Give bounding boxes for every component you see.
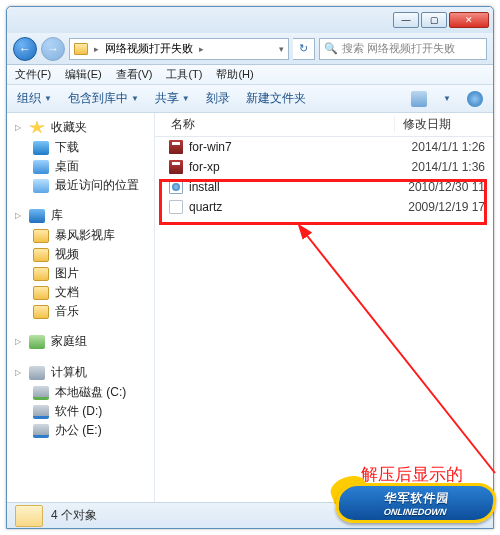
sidebar-item-drive-c[interactable]: 本地磁盘 (C:) [7,383,154,402]
chevron-down-icon[interactable]: ▼ [443,94,451,103]
file-name: install [189,180,220,194]
sidebar-item-music[interactable]: 音乐 [7,302,154,321]
recent-icon [33,179,49,193]
sidebar-item-downloads[interactable]: 下载 [7,138,154,157]
logo-text-cn: 华军软件园 [383,490,450,507]
menu-help[interactable]: 帮助(H) [216,67,253,82]
chevron-down-icon: ▼ [182,94,190,103]
menu-view[interactable]: 查看(V) [116,67,153,82]
sidebar-item-videos[interactable]: 视频 [7,245,154,264]
file-row[interactable]: install 2010/12/30 11 [155,177,493,197]
file-name: for-xp [189,160,220,174]
column-date[interactable]: 修改日期 [395,116,493,133]
search-placeholder: 搜索 网络视频打开失败 [342,41,455,56]
file-name: quartz [189,200,222,214]
sidebar-libraries-header[interactable]: ▷库 [7,205,154,226]
star-icon [29,121,45,135]
file-date: 2009/12/19 17 [395,200,493,214]
new-folder-button[interactable]: 新建文件夹 [246,90,306,107]
breadcrumb-dropdown-icon[interactable]: ▾ [279,44,284,54]
music-icon [33,305,49,319]
folder-icon [15,505,43,527]
search-icon: 🔍 [324,42,338,55]
help-icon[interactable] [467,91,483,107]
drive-icon [33,405,49,419]
explorer-window: — ▢ ✕ ← → ▸ 网络视频打开失败 ▸ ▾ ↻ 🔍 搜索 网络视频打开失败… [6,6,494,529]
folder-icon [33,229,49,243]
breadcrumb[interactable]: ▸ 网络视频打开失败 ▸ ▾ [69,38,289,60]
homegroup-icon [29,335,45,349]
menu-tools[interactable]: 工具(T) [166,67,202,82]
share-button[interactable]: 共享▼ [155,90,190,107]
sidebar-item-pictures[interactable]: 图片 [7,264,154,283]
sidebar-homegroup-header[interactable]: ▷家庭组 [7,331,154,352]
column-name[interactable]: 名称 [155,116,395,133]
file-row[interactable]: quartz 2009/12/19 17 [155,197,493,217]
watermark-logo: 华军软件园 ONLINEDOWN [336,477,496,527]
maximize-button[interactable]: ▢ [421,12,447,28]
svg-line-0 [305,233,495,473]
menu-file[interactable]: 文件(F) [15,67,51,82]
breadcrumb-sep-icon: ▸ [94,44,99,54]
sidebar-item-documents[interactable]: 文档 [7,283,154,302]
close-button[interactable]: ✕ [449,12,489,28]
file-row[interactable]: for-win7 2014/1/1 1:26 [155,137,493,157]
expand-icon: ▷ [15,211,23,220]
dll-icon [169,200,183,214]
chevron-down-icon: ▼ [44,94,52,103]
sidebar-item-storm[interactable]: 暴风影视库 [7,226,154,245]
annotation-arrow [295,223,500,493]
file-row[interactable]: for-xp 2014/1/1 1:36 [155,157,493,177]
download-icon [33,141,49,155]
breadcrumb-label: 网络视频打开失败 [105,41,193,56]
computer-icon [29,366,45,380]
forward-button[interactable]: → [41,37,65,61]
menu-edit[interactable]: 编辑(E) [65,67,102,82]
back-button[interactable]: ← [13,37,37,61]
archive-icon [169,160,183,174]
breadcrumb-sep-icon: ▸ [199,44,204,54]
folder-icon [74,43,88,55]
library-icon [29,209,45,223]
video-icon [33,248,49,262]
titlebar: — ▢ ✕ [7,7,493,33]
include-library-button[interactable]: 包含到库中▼ [68,90,139,107]
address-bar: ← → ▸ 网络视频打开失败 ▸ ▾ ↻ 🔍 搜索 网络视频打开失败 [7,33,493,65]
document-icon [33,286,49,300]
sidebar-item-desktop[interactable]: 桌面 [7,157,154,176]
sidebar-item-drive-e[interactable]: 办公 (E:) [7,421,154,440]
expand-icon: ▷ [15,337,23,346]
drive-icon [33,386,49,400]
file-date: 2010/12/30 11 [395,180,493,194]
view-options-icon[interactable] [411,91,427,107]
file-list-pane: 名称 修改日期 for-win7 2014/1/1 1:26 for-xp 20… [155,113,493,502]
logo-text-en: ONLINEDOWN [383,507,447,517]
burn-button[interactable]: 刻录 [206,90,230,107]
file-date: 2014/1/1 1:36 [395,160,493,174]
expand-icon: ▷ [15,368,23,377]
file-name: for-win7 [189,140,232,154]
menu-bar: 文件(F) 编辑(E) 查看(V) 工具(T) 帮助(H) [7,65,493,85]
archive-icon [169,140,183,154]
toolbar: 组织▼ 包含到库中▼ 共享▼ 刻录 新建文件夹 ▼ [7,85,493,113]
navigation-pane: ▷收藏夹 下载 桌面 最近访问的位置 ▷库 暴风影视库 视频 图片 文档 音乐 … [7,113,155,502]
file-date: 2014/1/1 1:26 [395,140,493,154]
drive-icon [33,424,49,438]
expand-icon: ▷ [15,123,23,132]
sidebar-item-recent[interactable]: 最近访问的位置 [7,176,154,195]
organize-button[interactable]: 组织▼ [17,90,52,107]
installer-icon [169,180,183,194]
sidebar-computer-header[interactable]: ▷计算机 [7,362,154,383]
sidebar-favorites-header[interactable]: ▷收藏夹 [7,117,154,138]
refresh-button[interactable]: ↻ [293,38,315,60]
status-count: 4 个对象 [51,507,97,524]
search-input[interactable]: 🔍 搜索 网络视频打开失败 [319,38,487,60]
chevron-down-icon: ▼ [131,94,139,103]
sidebar-item-drive-d[interactable]: 软件 (D:) [7,402,154,421]
column-headers: 名称 修改日期 [155,113,493,137]
minimize-button[interactable]: — [393,12,419,28]
desktop-icon [33,160,49,174]
picture-icon [33,267,49,281]
